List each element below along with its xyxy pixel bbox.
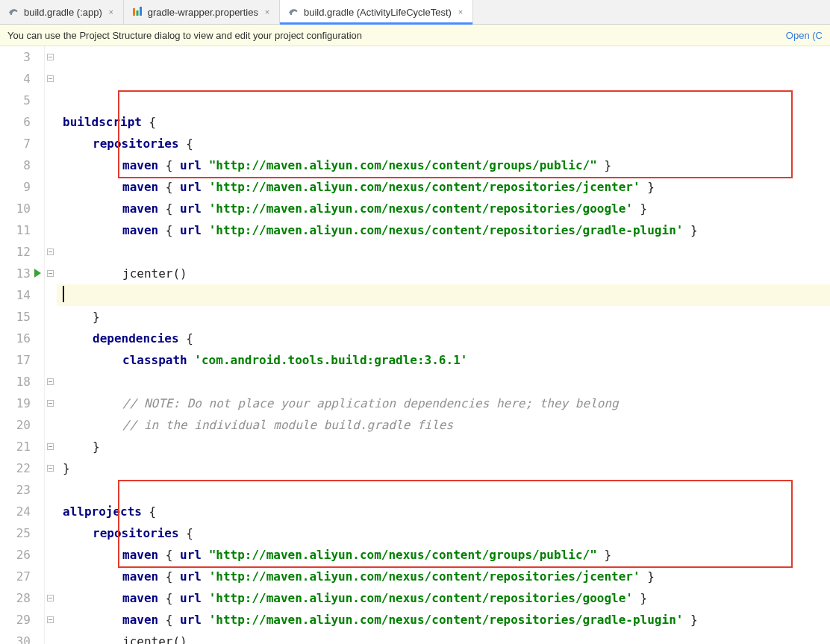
fold-toggle-icon[interactable] (47, 400, 54, 407)
code-line[interactable] (57, 371, 830, 393)
fold-toggle-icon[interactable] (47, 443, 54, 450)
notification-message: You can use the Project Structure dialog… (7, 30, 362, 41)
code-line[interactable]: buildscript { (57, 111, 830, 133)
code-line[interactable]: jcenter() (57, 631, 830, 644)
code-line[interactable]: } (57, 436, 830, 457)
line-number: 12 (0, 241, 31, 263)
line-number: 11 (0, 219, 31, 241)
code-line[interactable] (57, 284, 830, 306)
code-line[interactable]: maven { url 'http://maven.aliyun.com/nex… (57, 219, 830, 241)
line-number: 21 (0, 436, 31, 457)
fold-toggle-icon[interactable] (47, 75, 54, 82)
editor-tabs: build.gradle (:app)×gradle-wrapper.prope… (0, 0, 830, 25)
fold-toggle-icon[interactable] (47, 248, 54, 255)
line-number: 29 (0, 609, 31, 631)
editor-tab[interactable]: build.gradle (ActivityLifeCycleTest)× (280, 0, 473, 24)
editor-tab[interactable]: gradle-wrapper.properties× (124, 0, 280, 24)
line-number: 27 (0, 566, 31, 587)
code-line[interactable]: maven { url 'http://maven.aliyun.com/nex… (57, 198, 830, 219)
gradle-file-icon (7, 6, 19, 18)
code-line[interactable]: maven { url 'http://maven.aliyun.com/nex… (57, 566, 830, 587)
code-line[interactable]: repositories { (57, 133, 830, 154)
editor-tab[interactable]: build.gradle (:app)× (0, 0, 124, 24)
line-number: 25 (0, 522, 31, 544)
fold-toggle-icon[interactable] (47, 465, 54, 472)
line-number: 22 (0, 457, 31, 479)
line-number: 6 (0, 111, 31, 133)
code-line[interactable] (57, 479, 830, 501)
line-number: 13 (0, 263, 31, 284)
svg-rect-1 (136, 10, 138, 16)
line-number: 28 (0, 587, 31, 609)
fold-toggle-icon[interactable] (47, 616, 54, 623)
fold-column[interactable] (45, 46, 57, 644)
fold-toggle-icon[interactable] (47, 54, 54, 60)
line-number: 5 (0, 90, 31, 111)
close-tab-icon[interactable]: × (263, 7, 272, 16)
fold-toggle-icon[interactable] (47, 270, 54, 277)
code-line[interactable]: maven { url 'http://maven.aliyun.com/nex… (57, 609, 830, 631)
line-number: 26 (0, 544, 31, 566)
code-line[interactable]: } (57, 457, 830, 479)
tab-label: gradle-wrapper.properties (148, 7, 258, 18)
svg-rect-0 (133, 8, 135, 16)
line-number: 19 (0, 393, 31, 414)
code-line[interactable]: maven { url 'http://maven.aliyun.com/nex… (57, 176, 830, 198)
fold-toggle-icon[interactable] (47, 378, 54, 385)
gradle-file-icon (287, 6, 299, 18)
code-line[interactable]: // NOTE: Do not place your application d… (57, 393, 830, 414)
line-number: 17 (0, 349, 31, 371)
svg-rect-2 (140, 7, 142, 16)
properties-file-icon (131, 6, 143, 18)
code-line[interactable]: jcenter() (57, 263, 830, 284)
line-number: 18 (0, 371, 31, 393)
line-number: 4 (0, 68, 31, 90)
line-number: 7 (0, 133, 31, 154)
code-line[interactable]: maven { url "http://maven.aliyun.com/nex… (57, 154, 830, 176)
fold-toggle-icon[interactable] (47, 595, 54, 601)
line-number: 20 (0, 414, 31, 436)
line-number: 15 (0, 306, 31, 328)
code-line[interactable]: } (57, 306, 830, 328)
code-line[interactable]: maven { url 'http://maven.aliyun.com/nex… (57, 587, 830, 609)
line-number: 30 (0, 631, 31, 644)
tab-label: build.gradle (ActivityLifeCycleTest) (304, 7, 452, 18)
code-line[interactable]: allprojects { (57, 501, 830, 522)
close-tab-icon[interactable]: × (456, 7, 465, 16)
line-number: 24 (0, 501, 31, 522)
code-line[interactable]: // in the individual module build.gradle… (57, 414, 830, 436)
code-line[interactable]: classpath 'com.android.tools.build:gradl… (57, 349, 830, 371)
line-number: 3 (0, 46, 31, 68)
code-line[interactable]: repositories { (57, 522, 830, 544)
notification-action-open[interactable]: Open (C (786, 30, 823, 41)
line-number: 14 (0, 284, 31, 306)
code-area[interactable]: buildscript {repositories {maven { url "… (57, 46, 830, 644)
line-number: 9 (0, 176, 31, 198)
text-caret (63, 286, 64, 302)
line-number: 10 (0, 198, 31, 219)
line-number: 8 (0, 154, 31, 176)
close-tab-icon[interactable]: × (107, 7, 116, 16)
code-line[interactable]: maven { url "http://maven.aliyun.com/nex… (57, 544, 830, 566)
line-number-gutter: 3456789101112131415161718192021222324252… (0, 46, 45, 644)
code-line[interactable] (57, 241, 830, 263)
tab-label: build.gradle (:app) (24, 7, 102, 18)
code-line[interactable]: dependencies { (57, 328, 830, 349)
line-number: 16 (0, 328, 31, 349)
code-editor[interactable]: 3456789101112131415161718192021222324252… (0, 46, 830, 644)
notification-bar: You can use the Project Structure dialog… (0, 25, 830, 46)
line-number: 23 (0, 479, 31, 501)
